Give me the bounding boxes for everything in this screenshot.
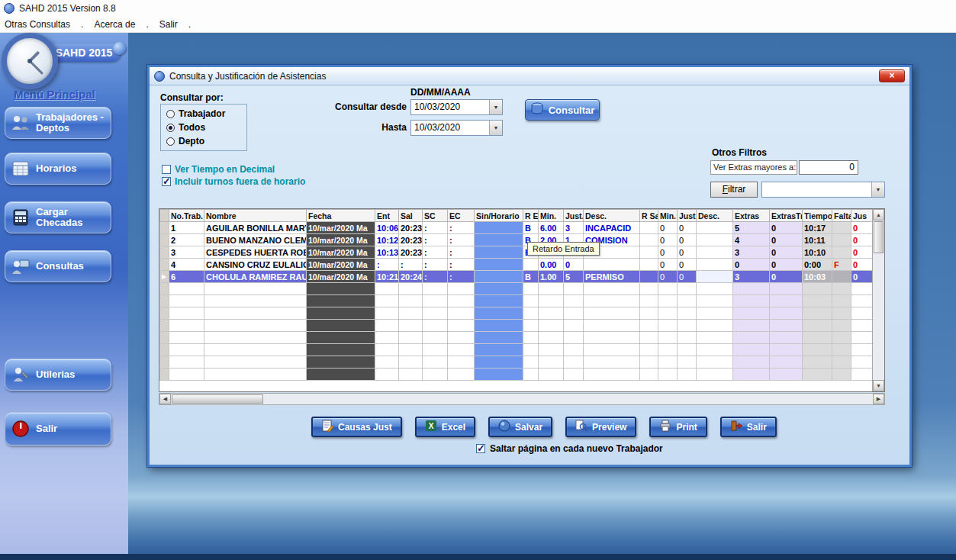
grid-cell[interactable]: 0: [770, 259, 803, 271]
grid-column-header[interactable]: No.Trab.: [169, 210, 204, 222]
consultar-button[interactable]: Consultar: [525, 99, 600, 121]
sidebar-item-horarios[interactable]: Horarios: [5, 153, 111, 185]
grid-cell[interactable]: 0: [851, 222, 874, 234]
grid-cell[interactable]: 0: [678, 259, 697, 271]
radio-icon[interactable]: [166, 110, 175, 118]
sidebar-item-trabajadores[interactable]: Trabajadores - Deptos: [5, 107, 111, 139]
grid-cell[interactable]: F: [832, 259, 851, 271]
row-selector[interactable]: [160, 234, 169, 246]
checkbox-ver-tiempo-decimal[interactable]: Ver Tiempo en Decimal: [162, 164, 275, 175]
radio-depto[interactable]: Depto: [166, 136, 241, 146]
grid-cell[interactable]: AGUILAR BONILLA MARY: [204, 222, 307, 234]
grid-cell[interactable]: 0: [770, 234, 803, 246]
grid-cell[interactable]: 0:00: [803, 259, 832, 271]
menu-acerca-de[interactable]: Acerca de: [94, 19, 135, 30]
sidebar-item-cargar-checadas[interactable]: Cargar Checadas: [5, 201, 111, 233]
grid-column-header[interactable]: R Ent: [523, 210, 539, 222]
grid-horizontal-scrollbar[interactable]: ◀ ▶: [159, 393, 885, 405]
grid-cell[interactable]: [832, 222, 851, 234]
scroll-left-icon[interactable]: ◀: [159, 394, 171, 404]
grid-cell[interactable]: 10:11: [803, 234, 832, 246]
grid-cell[interactable]: [584, 259, 640, 271]
grid-cell[interactable]: 10:13: [375, 246, 399, 259]
grid-cell[interactable]: [475, 259, 523, 271]
grid-cell[interactable]: INCAPACID: [584, 222, 640, 234]
grid-column-header[interactable]: Falta: [832, 210, 851, 222]
grid-cell[interactable]: :: [423, 259, 448, 271]
grid-column-header[interactable]: Just: [678, 210, 697, 222]
filter-combo[interactable]: ▼: [761, 182, 885, 198]
chevron-down-icon[interactable]: ▼: [489, 121, 502, 135]
desde-date-combo[interactable]: 10/03/2020 ▼: [410, 99, 503, 115]
grid-cell[interactable]: B: [523, 271, 539, 283]
grid-cell[interactable]: 10/mar/2020 Ma: [307, 246, 375, 259]
grid-cell[interactable]: [475, 234, 523, 246]
grid-column-header[interactable]: ExtrasTriple: [770, 210, 803, 222]
close-button[interactable]: ×: [879, 69, 905, 82]
grid-cell[interactable]: [640, 222, 658, 234]
grid-cell[interactable]: 10:21: [375, 271, 399, 283]
grid-cell[interactable]: 3: [564, 222, 584, 234]
sidebar-item-consultas[interactable]: Consultas: [5, 250, 111, 282]
checkbox-incluir-turnos[interactable]: Incluir turnos fuera de horario: [162, 176, 305, 187]
grid-cell[interactable]: 0: [658, 271, 678, 283]
grid-cell[interactable]: 4: [733, 234, 770, 246]
grid-cell[interactable]: CHOLULA RAMIREZ RAU: [204, 271, 307, 283]
grid-cell[interactable]: 10/mar/2020 Ma: [307, 259, 375, 271]
grid-cell[interactable]: 0: [733, 259, 770, 271]
grid-row[interactable]: ▶6CHOLULA RAMIREZ RAU10/mar/2020 Ma10:21…: [160, 271, 874, 283]
grid-cell[interactable]: [697, 259, 733, 271]
grid-cell[interactable]: [640, 271, 658, 283]
grid-cell[interactable]: 3: [733, 246, 770, 259]
grid-cell[interactable]: 0: [851, 271, 874, 283]
grid-cell[interactable]: 10:12: [375, 234, 399, 246]
grid-cell[interactable]: 1: [169, 222, 204, 234]
checkbox-icon[interactable]: [162, 165, 171, 174]
grid-cell[interactable]: :: [448, 246, 475, 259]
grid-column-header[interactable]: Extras: [733, 210, 770, 222]
grid-cell[interactable]: 0: [658, 246, 678, 259]
row-selector[interactable]: [160, 259, 169, 271]
grid-column-header[interactable]: Just.: [564, 210, 584, 222]
grid-cell[interactable]: [475, 222, 523, 234]
grid-cell[interactable]: 20:24: [399, 271, 423, 283]
grid-cell[interactable]: 10/mar/2020 Ma: [307, 234, 375, 246]
grid-cell[interactable]: [640, 246, 658, 259]
grid-column-header[interactable]: Ent: [375, 210, 399, 222]
grid-cell[interactable]: 0: [851, 234, 874, 246]
grid-cell[interactable]: :: [423, 222, 448, 234]
grid-vertical-scrollbar[interactable]: ▲ ▼: [872, 209, 884, 391]
grid-cell[interactable]: CESPEDES HUERTA ROBE: [204, 246, 307, 259]
grid-column-header[interactable]: Tiempo: [803, 210, 832, 222]
grid-cell[interactable]: 20:23: [399, 246, 423, 259]
sidebar-item-salir[interactable]: Salir: [5, 412, 111, 446]
grid-cell[interactable]: 0: [658, 222, 678, 234]
grid-row[interactable]: 3CESPEDES HUERTA ROBE10/mar/2020 Ma10:13…: [160, 246, 874, 259]
grid-cell[interactable]: CANSINO CRUZ EULALIO: [204, 259, 307, 271]
grid-cell[interactable]: 2: [169, 234, 204, 246]
excel-button[interactable]: X Excel: [415, 417, 475, 437]
grid-cell[interactable]: 5: [733, 222, 770, 234]
grid-cell[interactable]: 10:03: [803, 271, 832, 283]
grid-cell[interactable]: 0.00: [539, 259, 564, 271]
grid-cell[interactable]: :: [448, 259, 475, 271]
grid-cell[interactable]: 10/mar/2020 Ma: [307, 222, 375, 234]
grid-column-header[interactable]: Min.: [658, 210, 678, 222]
grid-cell[interactable]: [640, 259, 658, 271]
row-selector[interactable]: [160, 246, 169, 259]
grid-cell[interactable]: :: [448, 222, 475, 234]
grid-cell[interactable]: [697, 271, 733, 283]
grid-cell[interactable]: BUENO MANZANO CLEME: [204, 234, 307, 246]
grid-cell[interactable]: [523, 259, 539, 271]
grid-cell[interactable]: 10:17: [803, 222, 832, 234]
row-selector[interactable]: [160, 222, 169, 234]
grid-cell[interactable]: 0: [851, 246, 874, 259]
grid-column-header[interactable]: Nombre: [204, 210, 307, 222]
grid-cell[interactable]: [640, 234, 658, 246]
grid-cell[interactable]: [697, 246, 733, 259]
grid-column-header[interactable]: Fecha: [307, 210, 375, 222]
filtrar-button[interactable]: Filtrar: [710, 182, 758, 198]
sidebar-item-utilerias[interactable]: Utilerias: [5, 359, 111, 391]
grid-column-header[interactable]: Sin/Horario: [475, 210, 523, 222]
grid-row[interactable]: 2BUENO MANZANO CLEME10/mar/2020 Ma10:122…: [160, 234, 874, 246]
